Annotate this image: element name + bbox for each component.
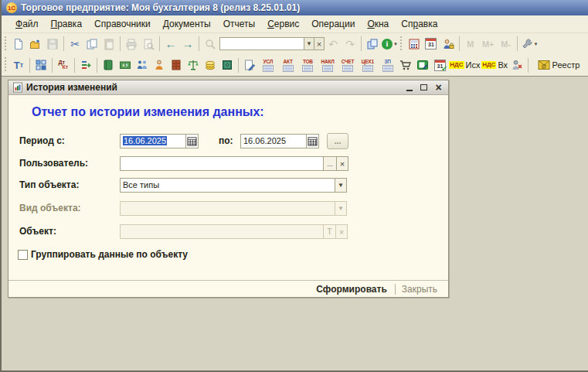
user-lock-button[interactable] xyxy=(440,36,457,53)
find-next-button[interactable]: ↷ xyxy=(342,36,359,53)
date-to-input[interactable]: 16.06.2025 xyxy=(240,134,307,148)
vat-incoming-button[interactable]: НДСВх xyxy=(481,56,508,73)
minimize-icon xyxy=(406,90,413,91)
safe-button[interactable] xyxy=(219,56,236,73)
counterparties-button[interactable] xyxy=(134,56,151,73)
doc-goods-button[interactable]: ТОВ xyxy=(297,56,318,73)
memory-add-button[interactable]: M+ xyxy=(479,36,498,53)
menu-windows[interactable]: Окна xyxy=(361,17,395,31)
user-input[interactable] xyxy=(120,156,324,171)
edit-document-button[interactable] xyxy=(241,56,258,73)
dialog-command-bar: Сформировать Закрыть xyxy=(8,280,448,297)
totals-button[interactable] xyxy=(77,56,94,73)
object-kind-select[interactable] xyxy=(120,201,335,216)
doc-account-button[interactable]: СЧЕТ xyxy=(338,56,358,73)
object-kind-dropdown-button[interactable]: ▼ xyxy=(335,201,347,216)
cart-button[interactable] xyxy=(397,56,414,73)
reference-book-button[interactable] xyxy=(100,56,117,73)
memory-recall-button[interactable]: M xyxy=(462,36,479,53)
save-button[interactable] xyxy=(44,36,61,53)
find-previous-button[interactable]: ↶ xyxy=(325,36,342,53)
date-to-picker-button[interactable] xyxy=(306,134,319,148)
toolbar-separator xyxy=(97,58,97,73)
menubar: Файл Правка Справочники Документы Отчеты… xyxy=(2,15,588,33)
maximize-button[interactable] xyxy=(418,83,430,93)
notepad-button[interactable] xyxy=(414,56,431,73)
object-clear-button[interactable]: × xyxy=(335,224,348,239)
date-from-input[interactable]: 16.06.2025 xyxy=(120,134,186,148)
archive-cabinet-button[interactable] xyxy=(168,56,185,73)
calendar-button[interactable]: 31 xyxy=(423,36,440,53)
svg-text:@: @ xyxy=(541,63,546,69)
copy-button[interactable] xyxy=(83,36,100,53)
object-input[interactable] xyxy=(120,224,324,239)
coins-button[interactable] xyxy=(202,56,219,73)
user-delete-button[interactable] xyxy=(508,56,525,73)
dialog-titlebar[interactable]: История изменений × xyxy=(8,80,448,95)
cut-button[interactable]: ✂ xyxy=(66,36,83,53)
copy-window-button[interactable] xyxy=(364,36,381,53)
report-heading: Отчет по истории изменения данных: xyxy=(32,105,264,119)
new-document-button[interactable] xyxy=(10,36,27,53)
doc-workshop-button[interactable]: ЦЕХ1 xyxy=(358,56,378,73)
toolbar-separator xyxy=(528,58,529,73)
print-preview-button[interactable] xyxy=(140,36,157,53)
debit-credit-button[interactable]: ДтКт xyxy=(55,56,72,73)
user-select-button[interactable]: ... xyxy=(323,156,337,171)
menu-help[interactable]: Справка xyxy=(395,17,444,31)
vat-outgoing-button[interactable]: НДСИсх xyxy=(448,56,481,73)
close-dialog-button[interactable]: Закрыть xyxy=(396,282,444,296)
window-layout-button[interactable] xyxy=(32,56,49,73)
minimize-button[interactable] xyxy=(403,83,415,93)
open-button[interactable] xyxy=(27,36,44,53)
doc-salary-button[interactable]: ЗП xyxy=(378,56,398,73)
forward-button[interactable]: → xyxy=(179,36,196,53)
menu-file[interactable]: Файл xyxy=(9,17,45,31)
chevron-down-icon: ▼ xyxy=(338,205,344,212)
date-from-picker-button[interactable] xyxy=(185,134,199,148)
back-button[interactable]: ← xyxy=(162,36,179,53)
group-checkbox[interactable] xyxy=(18,250,28,260)
doc-services-button[interactable]: УСЛ xyxy=(258,56,278,73)
object-type-row: Тип объекта: Все типы ▼ xyxy=(8,178,448,193)
chevron-down-icon: ▼ xyxy=(338,182,344,189)
service-settings-button[interactable]: ▼ xyxy=(520,36,539,53)
toolbar-separator xyxy=(361,36,362,51)
memory-subtract-button[interactable]: M- xyxy=(498,36,515,53)
info-button[interactable]: i▼ xyxy=(381,36,399,53)
user-clear-button[interactable]: × xyxy=(336,156,348,171)
cash-button[interactable]: $ xyxy=(117,56,134,73)
object-text-button[interactable]: T xyxy=(323,224,336,239)
period-options-button[interactable]: ... xyxy=(327,133,348,149)
toolbar-grip[interactable] xyxy=(399,36,403,52)
toolbar-grip[interactable] xyxy=(4,36,8,52)
calculator-button[interactable] xyxy=(406,36,423,53)
app-logo-icon: 1С xyxy=(6,2,17,13)
menu-edit[interactable]: Правка xyxy=(45,17,89,31)
calendar-check-button[interactable]: 31✓ xyxy=(431,56,448,73)
paste-button[interactable] xyxy=(100,36,117,53)
search-button[interactable] xyxy=(202,36,219,53)
print-button[interactable] xyxy=(123,36,140,53)
menu-operations[interactable]: Операции xyxy=(305,17,361,31)
toolbar-grip[interactable] xyxy=(4,57,8,73)
object-kind-row: Вид объекта: ▼ xyxy=(8,201,448,217)
menu-references[interactable]: Справочники xyxy=(88,17,157,31)
doc-act-button[interactable]: АКТ xyxy=(278,56,298,73)
font-settings-button[interactable]: Тт xyxy=(10,56,27,73)
search-input[interactable] xyxy=(219,37,304,50)
scales-button[interactable] xyxy=(185,56,202,73)
menu-service[interactable]: Сервис xyxy=(261,17,305,31)
search-clear-button[interactable]: × xyxy=(314,37,325,50)
registry-email-button[interactable]: @Реестр xyxy=(531,56,586,73)
close-button[interactable]: × xyxy=(433,83,444,93)
search-dropdown-button[interactable]: ▼ xyxy=(304,37,314,50)
toolbar-operations: Тт ДтКт $ УСЛ АКТ ТОВ НАКЛ СЧЕТ ЦЕХ1 ЗП … xyxy=(2,54,588,77)
object-type-dropdown-button[interactable]: ▼ xyxy=(335,178,347,193)
object-type-select[interactable]: Все типы xyxy=(120,178,335,193)
generate-button[interactable]: Сформировать xyxy=(308,282,394,296)
employees-button[interactable] xyxy=(151,56,168,73)
menu-documents[interactable]: Документы xyxy=(157,17,217,31)
doc-invoice-button[interactable]: НАКЛ xyxy=(318,56,338,73)
menu-reports[interactable]: Отчеты xyxy=(217,17,261,31)
